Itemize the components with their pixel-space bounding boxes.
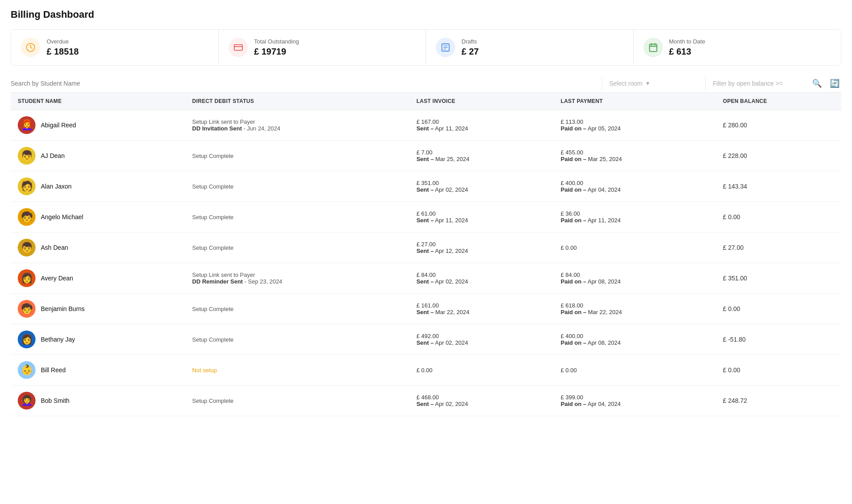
student-cell-avery-dean: 👩 Avery Dean	[11, 263, 185, 294]
last-payment-ash-dean: £ 0.00	[554, 232, 716, 263]
refresh-icon[interactable]: 🔄	[828, 77, 841, 90]
open-balance-bethany-jay: £ -51.80	[716, 324, 841, 355]
last-invoice-alan-jaxon: £ 351.00 Sent – Apr 02, 2024	[409, 171, 553, 202]
balance-filter-label: Filter by open balance >=	[713, 80, 783, 87]
stat-card-total-outstanding: Total Outstanding £ 19719	[219, 30, 426, 65]
last-payment-angelo-michael: £ 36.00 Paid on – Apr 11, 2024	[554, 202, 716, 232]
page-title: Billing Dashboard	[11, 9, 841, 20]
open-balance-ash-dean: £ 27.00	[716, 232, 841, 263]
last-payment-bethany-jay: £ 400.00 Paid on – Apr 08, 2024	[554, 324, 716, 355]
student-cell-ash-dean: 👦 Ash Dean	[11, 232, 185, 263]
open-balance-benjamin-burns: £ 0.00	[716, 294, 841, 324]
total-outstanding-icon	[229, 38, 248, 57]
student-cell-angelo-michael: 🧒 Angelo Michael	[11, 202, 185, 232]
overdue-icon	[21, 38, 40, 57]
billing-dashboard-page: Billing Dashboard Overdue £ 18518 Total …	[0, 0, 852, 425]
last-payment-aj-dean: £ 455.00 Paid on – Mar 25, 2024	[554, 141, 716, 171]
month-to-date-value: £ 613	[669, 47, 706, 57]
student-cell-abigail-reed: 👩‍🦰 Abigail Reed	[11, 110, 185, 141]
last-invoice-bill-reed: £ 0.00	[409, 355, 553, 386]
student-cell-bill-reed: 👶 Bill Reed	[11, 355, 185, 386]
last-invoice-avery-dean: £ 84.00 Sent – Apr 02, 2024	[409, 263, 553, 294]
student-name-bethany-jay: Bethany Jay	[41, 336, 75, 343]
student-cell-aj-dean: 👦 AJ Dean	[11, 141, 185, 171]
table-row: 👦 AJ DeanSetup Complete £ 7.00 Sent – Ma…	[11, 141, 841, 171]
room-filter[interactable]: Select room ▼	[609, 75, 698, 92]
billing-table: STUDENT NAMEDIRECT DEBIT STATUSLAST INVO…	[11, 93, 841, 416]
total-outstanding-label: Total Outstanding	[254, 38, 299, 45]
stat-card-month-to-date: Month to Date £ 613	[634, 30, 841, 65]
month-to-date-info: Month to Date £ 613	[669, 38, 706, 57]
student-name-aj-dean: AJ Dean	[41, 152, 65, 159]
dd-status-bethany-jay: Setup Complete	[185, 324, 409, 355]
last-payment-alan-jaxon: £ 400.00 Paid on – Apr 04, 2024	[554, 171, 716, 202]
avatar-benjamin-burns: 🧒	[18, 300, 36, 318]
avatar-ash-dean: 👦	[18, 239, 36, 256]
search-icon[interactable]: 🔍	[810, 77, 824, 90]
student-cell-benjamin-burns: 🧒 Benjamin Burns	[11, 294, 185, 324]
col-header-last-invoice: LAST INVOICE	[409, 93, 553, 110]
last-payment-abigail-reed: £ 113.00 Paid on – Apr 05, 2024	[554, 110, 716, 141]
chevron-down-icon: ▼	[645, 80, 651, 87]
table-row: 🧒 Benjamin BurnsSetup Complete £ 161.00 …	[11, 294, 841, 324]
overdue-value: £ 18518	[47, 47, 79, 57]
dd-status-angelo-michael: Setup Complete	[185, 202, 409, 232]
search-input[interactable]	[11, 75, 595, 92]
open-balance-avery-dean: £ 351.00	[716, 263, 841, 294]
month-to-date-label: Month to Date	[669, 38, 706, 45]
last-payment-avery-dean: £ 84.00 Paid on – Apr 08, 2024	[554, 263, 716, 294]
table-header-row: STUDENT NAMEDIRECT DEBIT STATUSLAST INVO…	[11, 93, 841, 110]
avatar-abigail-reed: 👩‍🦰	[18, 116, 36, 134]
stats-row: Overdue £ 18518 Total Outstanding £ 1971…	[11, 29, 841, 66]
col-header-direct-debit-status: DIRECT DEBIT STATUS	[185, 93, 409, 110]
table-row: 🧑 Alan JaxonSetup Complete £ 351.00 Sent…	[11, 171, 841, 202]
student-name-avery-dean: Avery Dean	[41, 275, 73, 282]
table-row: 👦 Ash DeanSetup Complete £ 27.00 Sent – …	[11, 232, 841, 263]
filter-icons: 🔍 🔄	[810, 77, 841, 90]
avatar-bethany-jay: 👩	[18, 331, 36, 348]
student-name-benjamin-burns: Benjamin Burns	[41, 305, 85, 312]
last-invoice-bethany-jay: £ 492.00 Sent – Apr 02, 2024	[409, 324, 553, 355]
student-name-angelo-michael: Angelo Michael	[41, 213, 83, 220]
drafts-icon	[436, 38, 455, 57]
student-cell-bob-smith: 👩‍🦱 Bob Smith	[11, 386, 185, 416]
open-balance-abigail-reed: £ 280.00	[716, 110, 841, 141]
table-row: 👶 Bill ReedNot setup£ 0.00£ 0.00£ 0.00	[11, 355, 841, 386]
open-balance-alan-jaxon: £ 143.34	[716, 171, 841, 202]
filter-divider-1	[602, 77, 602, 90]
student-name-bob-smith: Bob Smith	[41, 397, 70, 404]
table-header: STUDENT NAMEDIRECT DEBIT STATUSLAST INVO…	[11, 93, 841, 110]
drafts-info: Drafts £ 27	[462, 38, 479, 57]
drafts-label: Drafts	[462, 38, 479, 45]
avatar-bill-reed: 👶	[18, 361, 36, 379]
last-invoice-bob-smith: £ 468.00 Sent – Apr 02, 2024	[409, 386, 553, 416]
overdue-info: Overdue £ 18518	[47, 38, 79, 57]
last-invoice-benjamin-burns: £ 161.00 Sent – Mar 22, 2024	[409, 294, 553, 324]
last-invoice-aj-dean: £ 7.00 Sent – Mar 25, 2024	[409, 141, 553, 171]
avatar-aj-dean: 👦	[18, 147, 36, 165]
avatar-alan-jaxon: 🧑	[18, 177, 36, 195]
last-payment-bill-reed: £ 0.00	[554, 355, 716, 386]
filter-divider-2	[705, 77, 706, 90]
stat-card-overdue: Overdue £ 18518	[11, 30, 219, 65]
col-header-student-name: STUDENT NAME	[11, 93, 185, 110]
last-payment-bob-smith: £ 399.00 Paid on – Apr 04, 2024	[554, 386, 716, 416]
dd-status-bill-reed: Not setup	[185, 355, 409, 386]
balance-filter[interactable]: Filter by open balance >=	[713, 75, 810, 92]
col-header-last-payment: LAST PAYMENT	[554, 93, 716, 110]
open-balance-bill-reed: £ 0.00	[716, 355, 841, 386]
table-row: 👩 Bethany JaySetup Complete £ 492.00 Sen…	[11, 324, 841, 355]
avatar-angelo-michael: 🧒	[18, 208, 36, 226]
student-name-bill-reed: Bill Reed	[41, 366, 66, 374]
month-to-date-icon	[643, 38, 663, 57]
filters-row: Select room ▼ Filter by open balance >= …	[11, 75, 841, 93]
open-balance-bob-smith: £ 248.72	[716, 386, 841, 416]
open-balance-angelo-michael: £ 0.00	[716, 202, 841, 232]
student-name-alan-jaxon: Alan Jaxon	[41, 183, 71, 190]
avatar-bob-smith: 👩‍🦱	[18, 392, 36, 410]
open-balance-aj-dean: £ 228.00	[716, 141, 841, 171]
avatar-avery-dean: 👩	[18, 269, 36, 287]
dd-status-bob-smith: Setup Complete	[185, 386, 409, 416]
student-name-ash-dean: Ash Dean	[41, 244, 68, 251]
table-body: 👩‍🦰 Abigail Reed Setup Link sent to Paye…	[11, 110, 841, 416]
